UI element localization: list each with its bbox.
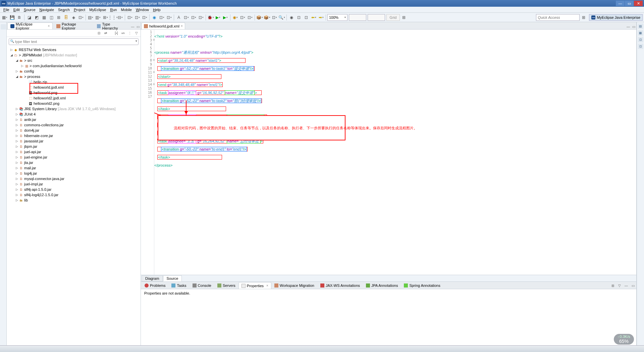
tab-source[interactable]: Source (163, 275, 182, 281)
tab-jpa[interactable]: JPA Annotations (363, 282, 401, 289)
perspective-button[interactable]: me MyEclipse Java Enterprise (589, 14, 643, 21)
minimize-view-icon[interactable]: — (130, 24, 136, 29)
tab-problems[interactable]: Problems (142, 282, 168, 289)
os-taskbar[interactable] (0, 345, 644, 352)
trim-4[interactable]: ⊡ (638, 44, 643, 49)
menu-search[interactable]: Search (56, 7, 72, 12)
tb-30[interactable]: 📦 (264, 14, 270, 21)
tb-4[interactable]: ◫ (48, 14, 55, 21)
tb-33[interactable]: ◉ (288, 14, 295, 21)
close-button[interactable]: ✕ (634, 1, 643, 6)
menu-window[interactable]: Window (134, 7, 151, 12)
new-button[interactable]: ▦ (1, 14, 8, 21)
project-tree[interactable]: ▷◆RESTful Web Services ◢🗀> JBPMModel[JBP… (7, 46, 141, 345)
tree-jar[interactable]: ▷🗎mail.jar (7, 165, 141, 171)
menu-run[interactable]: Run (108, 7, 119, 12)
tb-grid2[interactable]: ⊞ (400, 14, 407, 21)
focus-icon[interactable]: [▪] (114, 31, 119, 36)
minimize-editor-icon[interactable]: — (626, 24, 631, 29)
link-icon[interactable]: ⇄ (103, 31, 108, 36)
tb-34[interactable]: ⊡ (296, 14, 302, 21)
tree-jar[interactable]: ▷🗎juel-impl.jar (7, 181, 141, 187)
pos-y[interactable] (368, 14, 385, 21)
minimap-icon[interactable]: ▦ (638, 30, 643, 36)
tb-21[interactable]: ⊡ (183, 14, 190, 21)
maximize-view-icon[interactable]: ▭ (135, 24, 141, 29)
tab-workspace-migration[interactable]: Workspace Migration (271, 282, 317, 289)
menu-source[interactable]: Source (22, 7, 38, 12)
tree-jar[interactable]: ▷🗎juel-api.jar (7, 149, 141, 155)
trim-3[interactable]: ⊡ (638, 37, 643, 42)
prop-btn2[interactable]: ▽ (617, 283, 622, 288)
menu-project[interactable]: Project (72, 7, 87, 12)
collapse-icon[interactable]: ⊟ (96, 31, 102, 36)
tab-myeclipse-explorer[interactable]: MyEclipse Explorer × (7, 23, 53, 29)
tb-18[interactable]: ⊡ (158, 14, 165, 21)
tb-1[interactable]: ◪ (26, 14, 33, 21)
outline-icon[interactable]: ▤ (638, 24, 643, 29)
menu-myeclipse[interactable]: MyEclipse (87, 7, 108, 12)
close-icon[interactable]: × (266, 284, 268, 288)
tb-20[interactable]: A (175, 14, 182, 21)
tb-3[interactable]: ▦ (41, 14, 47, 21)
persp-open[interactable]: ⊞ (580, 14, 587, 21)
tb-31[interactable]: ⊡ (271, 14, 278, 21)
tab-package-explorer[interactable]: Package Explorer (53, 23, 93, 29)
az-icon[interactable]: aA (120, 31, 126, 36)
tb-13[interactable]: ⊟ (117, 14, 123, 21)
menu-help[interactable]: Help (151, 7, 163, 12)
tree-jar[interactable]: ▷🗎slf4j-api-1.5.0.jar (7, 187, 141, 192)
tree-jar[interactable]: ▷🗎juel-engine.jar (7, 155, 141, 160)
tree-jar[interactable]: ▷🗎dom4j.jar (7, 128, 141, 133)
tab-jaxws[interactable]: JAX-WS Annotations (317, 282, 363, 289)
tb-26[interactable]: ◉ (232, 14, 238, 21)
tab-spring[interactable]: Spring Annotations (401, 282, 443, 289)
tb-7[interactable]: ◈ (70, 14, 77, 21)
quick-access[interactable] (536, 14, 580, 21)
tb-14[interactable]: ⊡ (126, 14, 133, 21)
tab-diagram[interactable]: Diagram (142, 275, 163, 281)
tb-12[interactable]: ⋮⋮ (109, 14, 116, 21)
tree-jar[interactable]: ▷🗎slf4j-log4j12-1.5.0.jar (7, 192, 141, 197)
tb-19[interactable]: ⊡ (166, 14, 172, 21)
debug-button[interactable]: 🐞 (207, 14, 214, 21)
tree-jar[interactable]: ▷🗎antlr.jar (7, 117, 141, 122)
menu-icon[interactable]: ▽ (134, 31, 139, 36)
menu-mobile[interactable]: Mobile (119, 7, 133, 12)
tb-17[interactable]: ◉ (151, 14, 158, 21)
tb-15[interactable]: ⊡ (134, 14, 141, 21)
grid-button[interactable]: Grid (386, 14, 400, 21)
tab-properties[interactable]: Properties× (238, 282, 271, 289)
filter-input[interactable] (9, 38, 139, 45)
tab-servers[interactable]: Servers (214, 282, 238, 289)
tb-32[interactable]: 🔍 (278, 14, 285, 21)
save-button[interactable]: 💾 (9, 14, 15, 21)
code-area[interactable]: <?xml version="1.0" encoding="UTF-8"?> <… (154, 30, 636, 275)
tb-16[interactable]: ⊡ (141, 14, 148, 21)
run-button[interactable]: ▶ (215, 14, 221, 21)
close-icon[interactable]: × (48, 24, 50, 28)
maximize-editor-icon[interactable]: ▭ (631, 24, 636, 29)
forward-button[interactable]: ➡ (318, 14, 324, 21)
maximize-view-icon[interactable]: ▭ (630, 283, 636, 288)
tree-jar[interactable]: ▷🗎jbpm.jar (7, 144, 141, 149)
editor-tab[interactable]: helloworld.jpdl.xml × (142, 23, 185, 29)
tb-db[interactable]: 🗄 (63, 14, 69, 21)
tb-2[interactable]: ◩ (33, 14, 40, 21)
tree-jar[interactable]: ▷🗎commons-collections.jar (7, 122, 141, 128)
close-icon[interactable]: × (181, 24, 183, 28)
zoom-combo[interactable]: 100% (327, 14, 347, 21)
tb-27[interactable]: ⊡ (239, 14, 246, 21)
tb-28[interactable]: ⊡ (247, 14, 253, 21)
tree-jar[interactable]: ▷🗎mysql-connector-java.jar (7, 176, 141, 181)
tb-9[interactable]: ▤ (87, 14, 94, 21)
tb-8[interactable]: ⊡ (77, 14, 84, 21)
tb-29[interactable]: 📦 (256, 14, 263, 21)
runext-button[interactable]: ▶ (222, 14, 229, 21)
tb-5[interactable]: ⊞ (55, 14, 62, 21)
tb-10[interactable]: ▥ (95, 14, 101, 21)
tree-jar[interactable]: ▷🗎jta.jar (7, 160, 141, 165)
prop-btn1[interactable]: ⊞ (610, 283, 615, 288)
menu-navigate[interactable]: Navigate (38, 7, 56, 12)
pos-x[interactable] (349, 14, 366, 21)
